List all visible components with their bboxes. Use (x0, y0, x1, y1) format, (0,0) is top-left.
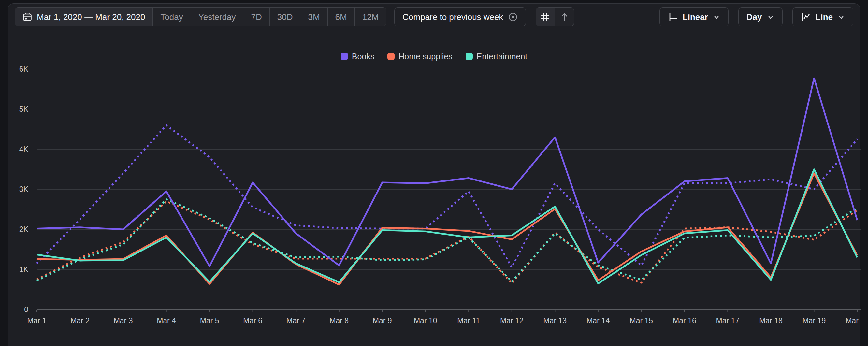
x-axis-label: Mar 1 (27, 316, 46, 325)
y-axis-label: 1K (19, 265, 29, 274)
x-axis-label: Mar 11 (457, 316, 480, 325)
series-home-supplies-previous-week- (37, 201, 857, 283)
y-axis-label: 4K (19, 145, 29, 153)
x-axis-label: Mar 6 (243, 316, 262, 325)
series-entertainment (37, 169, 857, 284)
line-chart: 01K2K3K4K5K6KMar 1Mar 2Mar 3Mar 4Mar 5Ma… (8, 4, 861, 346)
y-axis-label: 0 (24, 305, 28, 314)
x-axis-label: Mar 12 (500, 316, 524, 325)
x-axis-label: Mar 7 (286, 316, 306, 325)
y-axis-label: 2K (19, 225, 29, 233)
x-axis-label: Mar 3 (114, 316, 133, 325)
x-axis-label: Mar 10 (414, 316, 437, 325)
x-axis-label: Mar 18 (759, 316, 783, 325)
analytics-card: Mar 1, 2020 — Mar 20, 2020 TodayYesterda… (8, 3, 860, 346)
y-axis-label: 3K (19, 185, 29, 193)
x-axis-label: Mar 8 (330, 316, 349, 325)
x-axis-label: Mar 20 (845, 316, 861, 325)
x-axis-label: Mar 19 (803, 316, 826, 325)
x-axis-label: Mar 2 (70, 316, 90, 325)
x-axis-label: Mar 5 (200, 316, 219, 325)
x-axis-label: Mar 15 (630, 316, 653, 325)
x-axis-label: Mar 9 (373, 316, 392, 325)
x-axis-label: Mar 13 (544, 316, 567, 325)
x-axis-label: Mar 17 (716, 316, 740, 325)
y-axis-label: 5K (19, 105, 29, 114)
x-axis-label: Mar 4 (157, 316, 176, 325)
x-axis-label: Mar 14 (587, 316, 610, 325)
x-axis-label: Mar 16 (673, 316, 696, 325)
y-axis-label: 6K (19, 65, 29, 73)
